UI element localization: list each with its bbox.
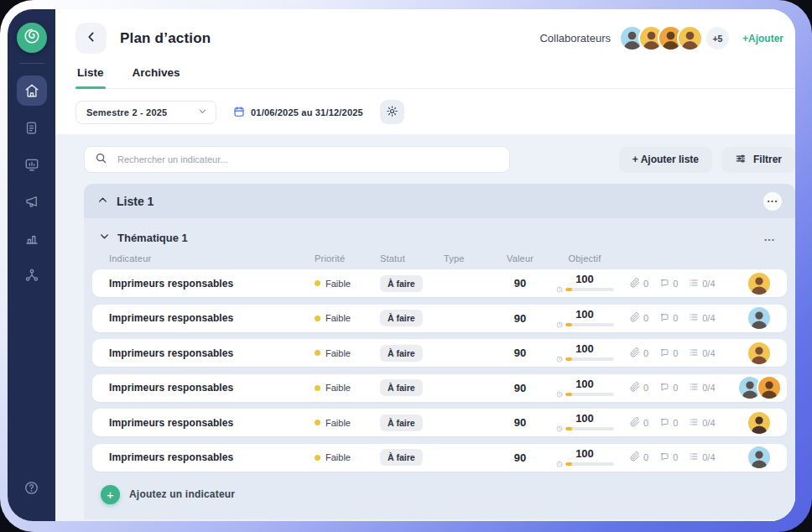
attachments-count: 0 [643,383,648,393]
sidebar-item-home[interactable] [17,76,47,106]
avatar-group[interactable] [747,445,777,470]
table-row[interactable]: Imprimeurs responsables Faible À faire 9… [92,305,787,332]
avatar-group[interactable] [747,271,777,296]
add-collaborator-button[interactable]: +Ajouter [742,33,783,44]
content-area: + Ajouter liste Filtrer [55,134,795,521]
comments-meta[interactable]: 0 [659,451,678,463]
paperclip-icon [630,417,640,429]
period-select-value: Semestre 2 - 2025 [86,107,167,117]
date-range-picker[interactable]: 01/06/2025 au 31/12/2025 [233,106,363,119]
checklist-count: 0/4 [702,418,715,428]
chevron-left-icon [85,30,98,46]
avatar-group[interactable] [737,375,787,400]
checklist-meta[interactable]: 0/4 [689,278,715,289]
meta-cell: 0 0 0/4 [630,451,737,463]
status-badge: À faire [380,379,423,396]
collaborator-avatars[interactable] [619,25,703,51]
attachments-meta[interactable]: 0 [630,347,648,359]
progress-bar [565,323,614,326]
avatar-group[interactable] [747,410,777,436]
checklist-meta[interactable]: 0/4 [689,347,715,359]
sidebar-item-network[interactable] [17,260,47,290]
status-cell: À faire [380,310,444,326]
progress-bar [565,462,614,466]
attachments-meta[interactable]: 0 [630,451,648,463]
spiral-logo-icon [23,27,41,49]
sidebar-item-dashboard[interactable] [17,149,47,180]
paperclip-icon [630,451,640,463]
attachments-meta[interactable]: 0 [630,417,648,429]
paperclip-icon [630,312,640,324]
checklist-meta[interactable]: 0/4 [689,451,715,463]
attachments-meta[interactable]: 0 [630,382,648,394]
objective-cell: 100 [546,413,623,432]
objective-value: 100 [575,378,594,389]
clock-icon [556,356,563,362]
value-cell: 90 [494,347,546,359]
rows-host: Imprimeurs responsables Faible À faire 9… [92,269,787,472]
table-row[interactable]: Imprimeurs responsables Faible À faire 9… [92,374,787,402]
priority-cell: Faible [315,313,380,323]
sidebar-item-communication[interactable] [17,186,47,216]
search-input[interactable] [116,154,499,165]
add-list-button[interactable]: + Ajouter liste [619,147,712,173]
comments-count: 0 [673,418,678,428]
status-badge: À faire [380,415,423,431]
sidebar [8,9,55,521]
plus-icon[interactable]: + [101,485,120,504]
page-title: Plan d’action [120,30,211,47]
comments-meta[interactable]: 0 [659,382,678,394]
app-logo[interactable] [17,23,47,53]
comments-count: 0 [673,452,678,462]
tab-liste[interactable]: Liste [75,66,106,88]
comments-meta[interactable]: 0 [659,417,678,429]
back-button[interactable] [75,23,107,54]
table-row[interactable]: Imprimeurs responsables Faible À faire 9… [92,339,787,367]
clock-icon [556,461,563,467]
avatar [747,410,772,436]
meta-cell: 0 0 0/4 [630,347,737,359]
tab-archives[interactable]: Archives [131,66,182,88]
collaborators-label: Collaborateurs [539,32,611,44]
objective-cell: 100 [546,343,623,362]
checklist-meta[interactable]: 0/4 [689,312,715,324]
priority-cell: Faible [315,348,380,358]
col-type: Type [444,253,494,263]
priority-dot-icon [315,455,320,461]
collaborators-more-badge[interactable]: +5 [705,25,731,51]
priority-label: Faible [325,279,351,289]
theme-header[interactable]: Thématique 1 ... [92,228,787,245]
priority-dot-icon [315,420,320,425]
period-select[interactable]: Semestre 2 - 2025 [75,101,216,124]
avatar-group[interactable] [747,305,777,331]
checklist-count: 0/4 [702,313,715,323]
table-row[interactable]: Imprimeurs responsables Faible À faire 9… [92,409,787,436]
list-section-body: Thématique 1 ... Indicateur Priorité Sta… [84,218,795,519]
checklist-meta[interactable]: 0/4 [689,382,715,394]
theme-more-button[interactable]: ... [759,231,780,244]
list-section: Liste 1 ... Thématique 1 ... Indicat [84,184,795,519]
list-more-button[interactable]: ... [763,192,782,211]
add-indicator-row[interactable]: + Ajoutez un indicateur [101,485,787,504]
sidebar-item-help[interactable] [17,472,47,503]
attachments-meta[interactable]: 0 [630,312,648,324]
clock-icon [556,321,563,328]
avatar-group[interactable] [747,341,777,366]
avatar [677,25,703,51]
table-row[interactable]: Imprimeurs responsables Faible À faire 9… [92,444,787,472]
checklist-meta[interactable]: 0/4 [689,417,715,429]
comments-meta[interactable]: 0 [659,347,678,359]
attachments-meta[interactable]: 0 [630,278,648,289]
avatar [757,375,782,400]
filter-button[interactable]: Filtrer [721,147,795,173]
comments-meta[interactable]: 0 [659,312,678,324]
table-row[interactable]: Imprimeurs responsables Faible À faire 9… [92,269,787,297]
sidebar-item-statistics[interactable] [17,223,47,253]
comment-icon [659,312,669,324]
comments-meta[interactable]: 0 [659,278,678,289]
list-section-header[interactable]: Liste 1 ... [84,184,795,218]
sidebar-item-documents[interactable] [17,112,47,143]
theme-title: Thématique 1 [117,232,188,244]
attachments-count: 0 [643,418,648,428]
settings-button[interactable] [380,100,404,124]
